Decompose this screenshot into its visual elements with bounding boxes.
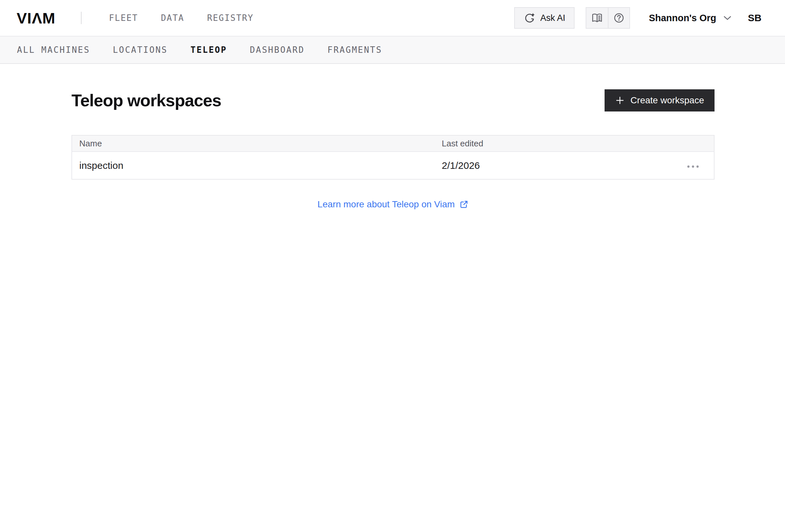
workspaces-table: Name Last edited inspection 2/1/2026 <box>72 135 714 180</box>
fleet-subnav: ALL MACHINES LOCATIONS TELEOP DASHBOARD … <box>0 36 785 64</box>
ask-ai-button[interactable]: Ask AI <box>514 7 575 29</box>
viam-logo[interactable]: VIΛM <box>17 10 55 26</box>
documentation-button[interactable] <box>586 8 608 28</box>
table-header-row: Name Last edited <box>72 135 714 152</box>
tab-locations[interactable]: LOCATIONS <box>113 45 168 55</box>
chevron-down-icon <box>723 16 732 21</box>
plus-icon <box>615 96 625 105</box>
workspace-last-edited-cell: 2/1/2026 <box>435 152 682 179</box>
tab-fragments[interactable]: FRAGMENTS <box>328 45 382 55</box>
tab-teleop[interactable]: TELEOP <box>191 45 227 55</box>
workspace-name-cell[interactable]: inspection <box>72 152 435 179</box>
org-switcher[interactable]: Shannon's Org <box>649 13 732 24</box>
external-link-icon <box>459 200 469 209</box>
column-header-last-edited: Last edited <box>435 135 682 152</box>
top-header: VIΛM FLEET DATA REGISTRY Ask AI <box>0 0 785 36</box>
header-actions: Ask AI <box>514 7 761 29</box>
book-icon <box>591 13 603 23</box>
ask-ai-sparkle-icon <box>523 12 535 24</box>
header-divider <box>81 12 81 24</box>
user-avatar[interactable]: SB <box>748 12 761 24</box>
create-workspace-button[interactable]: Create workspace <box>605 89 714 111</box>
tab-dashboard[interactable]: DASHBOARD <box>250 45 305 55</box>
org-name: Shannon's Org <box>649 13 716 24</box>
title-row: Teleop workspaces Create workspace <box>72 89 714 111</box>
learn-more-row: Learn more about Teleop on Viam <box>72 199 714 210</box>
help-button[interactable] <box>608 8 629 28</box>
create-workspace-label: Create workspace <box>630 95 704 106</box>
ask-ai-label: Ask AI <box>540 13 565 23</box>
learn-more-link[interactable]: Learn more about Teleop on Viam <box>318 199 469 210</box>
ellipsis-icon <box>686 165 700 169</box>
nav-fleet[interactable]: FLEET <box>109 13 138 23</box>
column-header-name: Name <box>72 135 435 152</box>
help-icon-group <box>586 7 630 29</box>
learn-more-label: Learn more about Teleop on Viam <box>318 199 455 210</box>
table-row[interactable]: inspection 2/1/2026 <box>72 152 714 179</box>
row-options-button[interactable] <box>684 162 702 171</box>
column-header-actions <box>682 135 714 152</box>
tab-all-machines[interactable]: ALL MACHINES <box>17 45 90 55</box>
nav-registry[interactable]: REGISTRY <box>207 13 254 23</box>
page-title: Teleop workspaces <box>72 90 221 110</box>
question-mark-icon <box>613 12 625 24</box>
main-content: Teleop workspaces Create workspace Name … <box>72 89 714 210</box>
primary-nav: FLEET DATA REGISTRY <box>109 13 254 23</box>
nav-data[interactable]: DATA <box>161 13 184 23</box>
